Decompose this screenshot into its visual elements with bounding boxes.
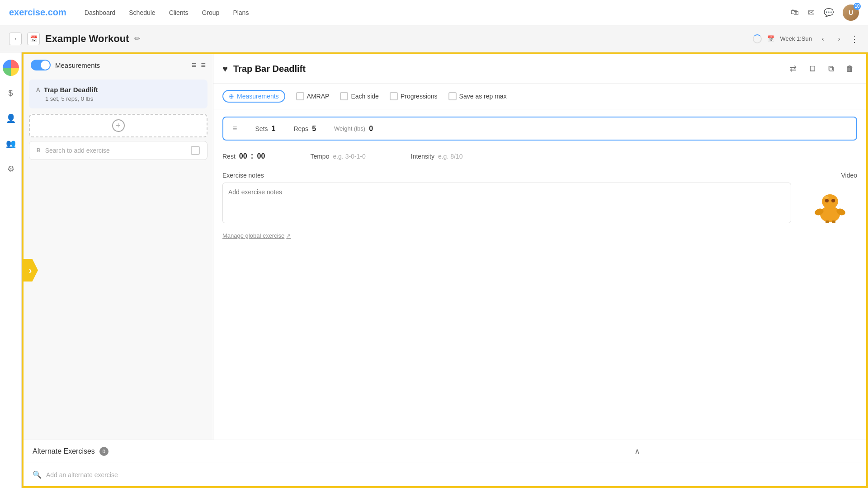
save-rep-max-label: Save as rep max: [459, 93, 507, 100]
sidebar-icon-settings[interactable]: ⚙: [3, 161, 19, 177]
add-exercise-button[interactable]: +: [29, 114, 208, 137]
arrow-indicator: ›: [22, 259, 38, 282]
main-layout: $ 👤 👥 ⚙ › Measurements: [0, 52, 868, 488]
sidebar-icon-person[interactable]: 👤: [3, 110, 19, 127]
notes-header: Exercise notes Video: [222, 172, 857, 179]
reps-label: Reps: [293, 125, 308, 132]
rest-value2[interactable]: 00: [257, 152, 265, 160]
swap-icon[interactable]: ⇄: [786, 61, 800, 76]
tempo-label: Tempo: [310, 153, 329, 160]
measurements-toggle-switch[interactable]: [31, 60, 51, 70]
each-side-checkbox[interactable]: [340, 92, 348, 100]
sidebar-icon-group[interactable]: 👥: [3, 136, 19, 152]
menu-icon[interactable]: ≡: [201, 61, 206, 70]
measurements-chip-label: Measurements: [237, 93, 279, 100]
manage-link-section: Manage global exercise ↗: [213, 230, 866, 246]
drag-handle-icon[interactable]: ≡: [232, 124, 237, 133]
secondary-header: ‹ 📅 Example Workout ✏ 📅 Week 1:Sun ‹ › ⋮: [0, 25, 868, 52]
sets-row: ≡ Sets 1 Reps 5 Weight (lbs) 0: [222, 117, 857, 141]
amrap-checkbox[interactable]: [296, 92, 304, 100]
save-rep-max-checkbox[interactable]: [448, 92, 457, 100]
more-options-button[interactable]: ⋮: [850, 33, 859, 44]
loading-spinner: [753, 34, 762, 43]
notes-label: Exercise notes: [222, 172, 264, 179]
search-exercise-text[interactable]: Search to add exercise: [45, 147, 186, 154]
weight-label: Weight (lbs): [334, 125, 365, 132]
tempo-field: Tempo e.g. 3-0-1-0: [310, 153, 365, 160]
list-icon[interactable]: ≡: [192, 61, 197, 70]
sets-field: Sets 1: [255, 125, 276, 133]
mail-icon[interactable]: ✉: [808, 8, 815, 18]
avatar-wrap[interactable]: U 10: [843, 5, 859, 21]
rest-value1[interactable]: 00: [239, 152, 247, 160]
notification-badge: 10: [854, 3, 861, 10]
reps-value[interactable]: 5: [312, 125, 316, 133]
calendar-small-icon: 📅: [767, 35, 774, 42]
notes-area-wrap: [222, 183, 857, 223]
rest-row: Rest 00 : 00 Tempo e.g. 3-0-1-0 Intensit…: [213, 148, 866, 168]
exercise-name: Trap Bar Deadlift: [44, 86, 98, 94]
nav-clients[interactable]: Clients: [169, 9, 189, 16]
delete-icon[interactable]: 🗑: [843, 61, 857, 76]
notes-textarea[interactable]: [222, 183, 791, 223]
back-button[interactable]: ‹: [9, 33, 22, 45]
weight-value[interactable]: 0: [369, 125, 373, 133]
sidebar-icon-dollar[interactable]: $: [3, 85, 19, 101]
logo: exercise.com: [9, 7, 66, 18]
svg-point-3: [822, 194, 838, 209]
measurements-chip[interactable]: ⊕ Measurements: [222, 90, 285, 103]
exercise-meta: 1 set, 5 reps, 0 lbs: [36, 95, 200, 102]
add-alternate-label[interactable]: Add an alternate exercise: [46, 471, 118, 479]
manage-global-exercise-link[interactable]: Manage global exercise ↗: [222, 232, 857, 239]
nav-group[interactable]: Group: [202, 9, 219, 16]
save-rep-max-option[interactable]: Save as rep max: [448, 92, 507, 100]
add-alternate-row[interactable]: 🔍 Add an alternate exercise: [24, 463, 866, 486]
svg-point-8: [824, 196, 829, 199]
shop-icon[interactable]: 🛍: [791, 8, 799, 17]
amrap-label: AMRAP: [307, 93, 330, 100]
intensity-field: Intensity e.g. 8/10: [411, 153, 463, 160]
search-exercise-checkbox[interactable]: [191, 146, 200, 155]
panel-header-label: Measurements: [55, 61, 100, 69]
next-week-button[interactable]: ›: [834, 33, 844, 44]
amrap-option[interactable]: AMRAP: [296, 92, 330, 100]
header-right: 📅 Week 1:Sun ‹ › ⋮: [753, 33, 859, 44]
prev-week-button[interactable]: ‹: [817, 33, 828, 44]
progressions-checkbox[interactable]: [390, 92, 398, 100]
edit-title-icon[interactable]: ✏: [134, 34, 140, 43]
alternate-count-badge: 0: [99, 447, 108, 456]
nav-dashboard[interactable]: Dashboard: [85, 9, 116, 16]
left-sidebar: $ 👤 👥 ⚙: [0, 52, 22, 488]
sets-value[interactable]: 1: [272, 125, 276, 133]
copy-icon[interactable]: ⧉: [824, 61, 838, 76]
chat-icon[interactable]: 💬: [824, 8, 834, 18]
exercise-item-trap-bar[interactable]: A Trap Bar Deadlift 1 set, 5 reps, 0 lbs: [29, 80, 208, 108]
intensity-placeholder[interactable]: e.g. 8/10: [438, 153, 463, 160]
tempo-placeholder[interactable]: e.g. 3-0-1-0: [333, 153, 365, 160]
rest-label: Rest: [222, 153, 236, 160]
progressions-option[interactable]: Progressions: [390, 92, 438, 100]
calendar-button[interactable]: 📅: [27, 33, 40, 45]
external-link-icon: ↗: [286, 233, 291, 239]
video-label: Video: [841, 172, 857, 179]
nav-schedule[interactable]: Schedule: [129, 9, 155, 16]
weight-field: Weight (lbs) 0: [334, 125, 373, 133]
svg-point-5: [831, 199, 835, 202]
progressions-label: Progressions: [401, 93, 438, 100]
nav-right: 🛍 ✉ 💬 U 10: [791, 5, 859, 21]
monitor-icon[interactable]: 🖥: [805, 61, 819, 76]
alternate-exercises-header[interactable]: Alternate Exercises 0 ∧: [24, 440, 866, 463]
search-exercise-row: B Search to add exercise: [29, 141, 208, 160]
nav-plans[interactable]: Plans: [233, 9, 249, 16]
panel-header-icons: ≡ ≡: [192, 61, 206, 70]
each-side-option[interactable]: Each side: [340, 92, 378, 100]
sidebar-icon-profile[interactable]: [3, 60, 19, 76]
alternate-chevron-icon[interactable]: ∧: [634, 446, 640, 456]
svg-rect-6: [826, 221, 829, 223]
favorite-icon[interactable]: ♥: [222, 64, 228, 74]
measurements-toggle: Measurements: [31, 60, 100, 70]
search-letter: B: [37, 147, 41, 154]
robot-mascot: [803, 183, 853, 223]
exercise-detail-title: Trap Bar Deadlift: [233, 64, 780, 74]
top-nav: exercise.com Dashboard Schedule Clients …: [0, 0, 868, 25]
